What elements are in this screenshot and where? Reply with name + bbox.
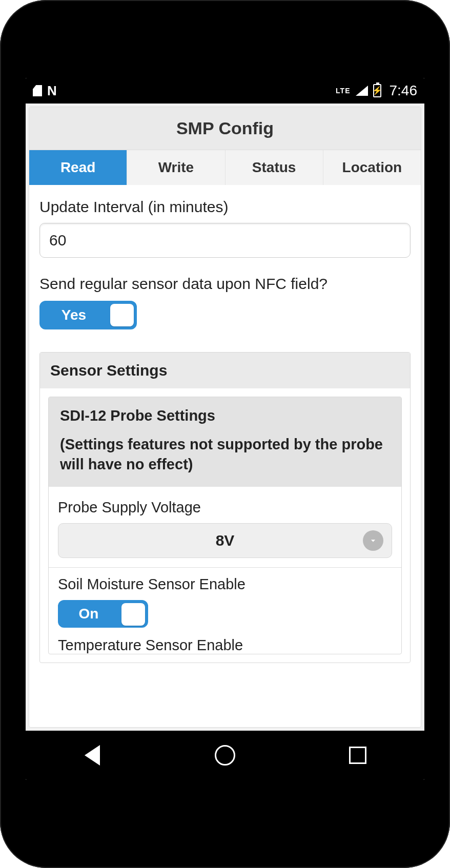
toggle-knob <box>121 603 145 626</box>
home-icon <box>215 745 235 766</box>
sensor-settings-title: Sensor Settings <box>40 353 410 388</box>
sd-card-icon <box>33 85 42 96</box>
supply-voltage-value: 8V <box>216 532 235 549</box>
chevron-down-icon <box>363 530 383 551</box>
soil-moisture-toggle[interactable]: On <box>58 600 148 628</box>
network-type: LTE <box>336 87 350 95</box>
app-title: SMP Config <box>29 107 421 150</box>
battery-icon: ⚡ <box>373 84 381 97</box>
probe-settings-card: SDI-12 Probe Settings (Settings features… <box>48 397 402 654</box>
update-interval-input[interactable] <box>39 223 411 258</box>
soil-moisture-label: Soil Moisture Sensor Enable <box>58 576 392 593</box>
screen: N LTE ⚡ 7:46 SMP Config Read Write Statu… <box>26 78 424 780</box>
home-button[interactable] <box>214 744 236 767</box>
nfc-toggle[interactable]: Yes <box>39 301 137 329</box>
tab-bar: Read Write Status Location <box>29 150 421 185</box>
probe-settings-note: (Settings features not supported by the … <box>60 435 390 474</box>
app-card: SMP Config Read Write Status Location Up… <box>29 107 421 728</box>
n-icon: N <box>47 83 56 99</box>
signal-icon <box>356 86 368 96</box>
tab-read[interactable]: Read <box>29 150 127 185</box>
back-icon <box>85 745 100 766</box>
content[interactable]: Update Interval (in minutes) Send regula… <box>29 185 421 727</box>
tab-write[interactable]: Write <box>127 150 225 185</box>
back-button[interactable] <box>81 744 104 767</box>
update-interval-label: Update Interval (in minutes) <box>39 198 411 216</box>
phone-frame: N LTE ⚡ 7:46 SMP Config Read Write Statu… <box>0 0 450 868</box>
nfc-toggle-label: Yes <box>40 307 107 323</box>
soil-moisture-toggle-label: On <box>59 606 118 622</box>
supply-voltage-label: Probe Supply Voltage <box>58 499 392 516</box>
nfc-question: Send regular sensor data upon NFC field? <box>39 275 411 293</box>
clock: 7:46 <box>390 82 418 99</box>
recent-icon <box>349 747 366 764</box>
sensor-settings-section: Sensor Settings SDI-12 Probe Settings (S… <box>39 352 411 663</box>
divider <box>49 567 401 568</box>
android-nav-bar <box>26 731 424 780</box>
supply-voltage-select[interactable]: 8V <box>58 523 392 558</box>
tab-status[interactable]: Status <box>226 150 323 185</box>
toggle-knob <box>110 304 134 326</box>
tab-location[interactable]: Location <box>323 150 421 185</box>
probe-settings-title: SDI-12 Probe Settings <box>60 407 390 424</box>
status-bar: N LTE ⚡ 7:46 <box>26 78 424 104</box>
recent-button[interactable] <box>346 744 369 767</box>
temperature-label: Temperature Sensor Enable <box>58 637 392 654</box>
app-wrap: SMP Config Read Write Status Location Up… <box>26 104 424 731</box>
